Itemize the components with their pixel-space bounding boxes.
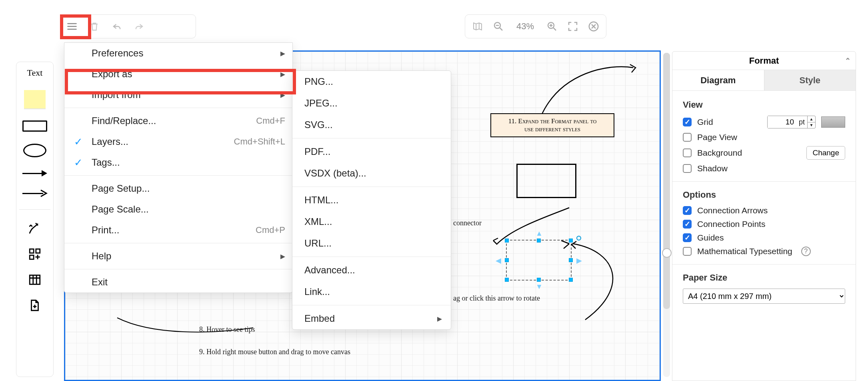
zoom-value[interactable]: 43%	[513, 21, 537, 32]
submenu-item-pdf[interactable]: PDF...	[292, 141, 451, 162]
grid-checkbox[interactable]	[683, 118, 692, 126]
outline-button[interactable]	[472, 20, 484, 32]
button-label: Change	[812, 148, 839, 157]
menu-label: Page Setup...	[92, 183, 150, 194]
menu-item-export-as[interactable]: Export as ▸	[64, 64, 292, 84]
submenu-item-advanced[interactable]: Advanced...	[292, 259, 451, 281]
menu-separator	[64, 243, 292, 243]
stepper-up-icon[interactable]: ▲	[808, 116, 815, 122]
resize-handle[interactable]	[569, 278, 573, 282]
arrow-solid-tool[interactable]	[22, 169, 47, 177]
scrollbar-knob[interactable]	[662, 248, 672, 258]
row-background: Background Change	[683, 146, 845, 160]
resize-handle[interactable]	[505, 258, 509, 262]
menu-item-import-from[interactable]: Import from ▸	[64, 84, 292, 105]
menu-item-layers[interactable]: ✓ Layers... Cmd+Shift+L	[64, 131, 292, 152]
submenu-item-link[interactable]: Link...	[292, 281, 451, 303]
tab-diagram[interactable]: Diagram	[672, 70, 764, 90]
row-shadow: Shadow	[683, 164, 845, 173]
shadow-checkbox[interactable]	[683, 164, 692, 173]
row-grid: Grid pt ▲▼	[683, 116, 845, 128]
undo-button[interactable]	[109, 19, 124, 34]
delete-button[interactable]	[87, 19, 102, 34]
direction-arrow-left-icon[interactable]: ◀	[496, 256, 501, 265]
menu-label: Print...	[92, 225, 119, 236]
resize-handle[interactable]	[537, 278, 541, 282]
submenu-label: PNG...	[304, 76, 333, 87]
direction-arrow-down-icon[interactable]: ▼	[536, 283, 543, 291]
canvas-vertical-scrollbar[interactable]	[663, 53, 670, 377]
submenu-item-xml[interactable]: XML...	[292, 211, 451, 233]
zoom-in-button[interactable]	[546, 20, 558, 32]
resize-handle[interactable]	[569, 258, 573, 262]
format-panel: Format ⌃ Diagram Style View Grid pt ▲▼ P…	[672, 51, 856, 381]
submenu-label: Embed	[304, 313, 335, 324]
menu-item-exit[interactable]: Exit	[64, 272, 292, 293]
selected-shape[interactable]: ▲ ▼ ◀ ▶	[506, 240, 572, 281]
menu-item-page-setup[interactable]: Page Setup...	[64, 178, 292, 199]
menu-separator	[64, 108, 292, 108]
canvas-rectangle[interactable]	[516, 164, 576, 198]
menu-item-page-scale[interactable]: Page Scale...	[64, 199, 292, 220]
menu-label: Layers...	[92, 136, 128, 147]
zoom-out-button[interactable]	[492, 20, 504, 32]
insert-template-tool[interactable]	[28, 299, 42, 312]
close-button[interactable]	[588, 20, 600, 32]
direction-arrow-up-icon[interactable]: ▲	[536, 229, 543, 238]
grid-unit: pt	[796, 118, 807, 126]
svg-rect-4	[36, 249, 40, 253]
add-shapes-tool[interactable]	[28, 247, 42, 261]
resize-handle[interactable]	[505, 278, 509, 282]
arrow-open-tool[interactable]	[22, 189, 47, 197]
connection-points-checkbox[interactable]	[683, 220, 692, 229]
freehand-tool[interactable]	[28, 222, 42, 235]
submenu-item-embed[interactable]: Embed ▸	[292, 308, 451, 329]
menu-item-help[interactable]: Help ▸	[64, 246, 292, 267]
menu-item-print[interactable]: Print... Cmd+P	[64, 220, 292, 241]
submenu-item-url[interactable]: URL...	[292, 233, 451, 254]
submenu-item-vsdx[interactable]: VSDX (beta)...	[292, 162, 451, 184]
paper-size-select[interactable]: A4 (210 mm x 297 mm)	[683, 289, 845, 304]
text-tool[interactable]: Text	[27, 68, 43, 78]
change-background-button[interactable]: Change	[806, 146, 845, 160]
stepper-down-icon[interactable]: ▼	[808, 122, 815, 128]
sticky-note-tool[interactable]	[24, 90, 46, 108]
fullscreen-button[interactable]	[567, 20, 579, 32]
submenu-item-jpeg[interactable]: JPEG...	[292, 92, 451, 114]
tab-style[interactable]: Style	[764, 70, 856, 90]
table-tool[interactable]	[28, 273, 42, 287]
menu-shortcut: Cmd+P	[256, 225, 285, 235]
hamburger-menu-button[interactable]	[64, 19, 80, 34]
page-view-checkbox[interactable]	[683, 133, 692, 142]
collapse-panel-button[interactable]: ⌃	[845, 56, 851, 65]
submenu-item-png[interactable]: PNG...	[292, 71, 451, 92]
guides-checkbox[interactable]	[683, 233, 692, 242]
resize-handle[interactable]	[505, 239, 509, 243]
row-page-view: Page View	[683, 132, 845, 142]
submenu-item-svg[interactable]: SVG...	[292, 114, 451, 136]
redo-button[interactable]	[132, 19, 147, 34]
submenu-item-html[interactable]: HTML...	[292, 189, 451, 211]
menu-item-tags[interactable]: ✓ Tags...	[64, 152, 292, 173]
resize-handle[interactable]	[569, 239, 573, 243]
main-menu: Preferences ▸ Export as ▸ Import from ▸ …	[64, 42, 293, 293]
math-typesetting-checkbox[interactable]	[683, 247, 692, 256]
scrollbar-thumb[interactable]	[663, 53, 670, 309]
menu-label: Exit	[92, 277, 108, 288]
background-checkbox[interactable]	[683, 148, 692, 157]
resize-handle[interactable]	[537, 239, 541, 243]
callout-11-line1: 11. Expand the Format panel to	[496, 117, 609, 125]
chevron-right-icon: ▸	[437, 313, 442, 324]
rotate-handle[interactable]	[576, 236, 581, 241]
connection-arrows-checkbox[interactable]	[683, 206, 692, 215]
help-icon[interactable]: ?	[801, 247, 811, 256]
menu-item-preferences[interactable]: Preferences ▸	[64, 43, 292, 64]
connection-points-label: Connection Points	[697, 219, 765, 229]
menu-item-find-replace[interactable]: Find/Replace... Cmd+F	[64, 110, 292, 131]
rectangle-tool[interactable]	[22, 120, 47, 132]
direction-arrow-right-icon[interactable]: ▶	[576, 256, 582, 265]
grid-stepper[interactable]: ▲▼	[807, 116, 815, 128]
grid-size-input[interactable]	[768, 116, 796, 128]
ellipse-tool[interactable]	[23, 144, 46, 157]
grid-color-swatch[interactable]	[821, 116, 845, 128]
